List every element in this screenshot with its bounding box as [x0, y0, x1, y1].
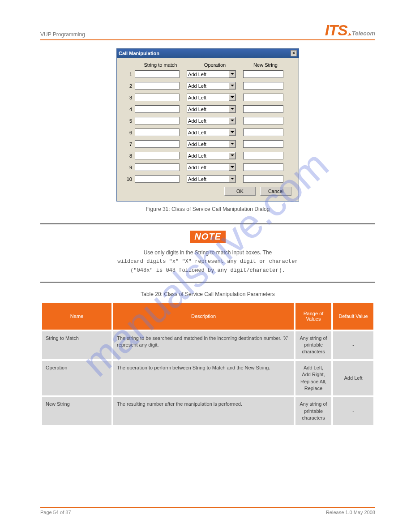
table-row: OperationThe operation to perform betwee…: [42, 361, 373, 396]
chevron-down-icon[interactable]: [229, 129, 235, 136]
operation-select[interactable]: [187, 82, 236, 90]
dialog-title: Call Manipulation: [119, 51, 159, 56]
row-number: 1: [124, 72, 135, 77]
call-manipulation-dialog: Call Manipulation × String to match Oper…: [116, 48, 299, 202]
cancel-button[interactable]: Cancel: [260, 187, 291, 196]
row-number: 5: [124, 118, 135, 124]
ok-button[interactable]: OK: [224, 187, 256, 196]
header-section-title: VUP Programming: [40, 31, 85, 38]
string-to-match-input[interactable]: [135, 163, 180, 171]
row-number: 7: [124, 142, 135, 147]
divider: [40, 282, 375, 283]
dialog-row: 8: [124, 152, 291, 159]
col-header-newstring: New String: [244, 62, 287, 68]
string-to-match-input[interactable]: [135, 129, 180, 136]
row-number: 10: [124, 176, 135, 182]
new-string-input[interactable]: [243, 175, 283, 183]
chevron-down-icon[interactable]: [229, 176, 235, 182]
dialog-column-headers: String to match Operation New String: [124, 62, 291, 68]
note-text: Use only digits in the String to match i…: [40, 249, 375, 275]
new-string-input[interactable]: [243, 94, 283, 101]
th-range: Range of Values: [295, 303, 331, 330]
table-caption: Table 20: Class of Service Call Manipula…: [40, 291, 375, 297]
new-string-input[interactable]: [243, 82, 283, 90]
th-desc: Description: [113, 303, 294, 330]
chevron-down-icon[interactable]: [229, 94, 235, 101]
cell-default: -: [333, 331, 373, 359]
operation-select[interactable]: [187, 140, 236, 148]
new-string-input[interactable]: [243, 163, 283, 171]
dialog-row: 1: [124, 70, 291, 78]
operation-select[interactable]: [187, 117, 236, 124]
row-number: 2: [124, 83, 135, 89]
page-footer: Page 54 of 87 Release 1.0 May 2008: [40, 507, 375, 515]
figure-caption: Figure 31: Class of Service Call Manipul…: [40, 206, 375, 212]
logo-telecom-wrap: ➤Telecom: [347, 31, 375, 38]
dialog-row: 10: [124, 175, 291, 183]
cell-range: Any string of printable characters: [295, 331, 331, 359]
operation-select[interactable]: [187, 152, 236, 159]
row-number: 4: [124, 107, 135, 112]
row-number: 3: [124, 95, 135, 100]
parameters-table: Name Description Range of Values Default…: [40, 301, 375, 427]
dialog-row: 7: [124, 140, 291, 148]
string-to-match-input[interactable]: [135, 152, 180, 159]
string-to-match-input[interactable]: [135, 117, 180, 124]
chevron-down-icon[interactable]: [229, 141, 235, 147]
note-line: wildcard digits "x" "X" represent any di…: [117, 258, 298, 265]
string-to-match-input[interactable]: [135, 175, 180, 183]
string-to-match-input[interactable]: [135, 140, 180, 148]
cell-name: String to Match: [42, 331, 111, 359]
divider: [40, 223, 375, 224]
cell-name: New String: [42, 397, 111, 425]
cell-default: Add Left: [333, 361, 373, 396]
col-header-operation: Operation: [186, 62, 244, 68]
dialog-body: String to match Operation New String 123…: [117, 58, 299, 201]
cell-name: Operation: [42, 361, 111, 396]
new-string-input[interactable]: [243, 140, 283, 148]
note-line: Use only digits in the String to match i…: [144, 249, 272, 256]
note-line: ("048x" is 048 followed by any digit/cha…: [130, 267, 285, 274]
close-icon[interactable]: ×: [291, 50, 297, 56]
operation-select[interactable]: [187, 163, 236, 171]
chevron-down-icon[interactable]: [229, 71, 235, 77]
dialog-row: 6: [124, 129, 291, 136]
string-to-match-input[interactable]: [135, 70, 180, 78]
footer-release: Release 1.0 May 2008: [326, 510, 375, 515]
operation-select[interactable]: [187, 105, 236, 113]
footer-page: Page 54 of 87: [40, 510, 71, 515]
row-number: 6: [124, 130, 135, 135]
dialog-row: 4: [124, 105, 291, 113]
th-name: Name: [42, 303, 111, 330]
new-string-input[interactable]: [243, 117, 283, 124]
chevron-down-icon[interactable]: [229, 117, 235, 124]
dialog-row: 5: [124, 117, 291, 124]
chevron-down-icon[interactable]: [229, 82, 235, 89]
cell-range: Add Left, Add Right, Replace All, Replac…: [295, 361, 331, 396]
operation-select[interactable]: [187, 94, 236, 101]
row-number: 8: [124, 153, 135, 159]
cell-desc: The operation to perform between String …: [113, 361, 294, 396]
new-string-input[interactable]: [243, 105, 283, 113]
operation-select[interactable]: [187, 129, 236, 136]
string-to-match-input[interactable]: [135, 82, 180, 90]
cell-desc: The resulting number after the manipulat…: [113, 397, 294, 425]
operation-select[interactable]: [187, 175, 236, 183]
col-header-match: String to match: [135, 62, 186, 68]
string-to-match-input[interactable]: [135, 94, 180, 101]
new-string-input[interactable]: [243, 129, 283, 136]
chevron-down-icon[interactable]: [229, 152, 235, 159]
new-string-input[interactable]: [243, 152, 283, 159]
logo-its-text: ITS: [325, 22, 347, 38]
dialog-row: 9: [124, 163, 291, 171]
logo-telecom-text: Telecom: [352, 30, 375, 37]
string-to-match-input[interactable]: [135, 105, 180, 113]
new-string-input[interactable]: [243, 70, 283, 78]
cell-range: Any string of printable characters: [295, 397, 331, 425]
row-number: 9: [124, 165, 135, 170]
cell-desc: The string to be searched and matched in…: [113, 331, 294, 359]
operation-select[interactable]: [187, 70, 236, 78]
chevron-down-icon[interactable]: [229, 164, 235, 171]
table-row: New StringThe resulting number after the…: [42, 397, 373, 425]
chevron-down-icon[interactable]: [229, 106, 235, 112]
